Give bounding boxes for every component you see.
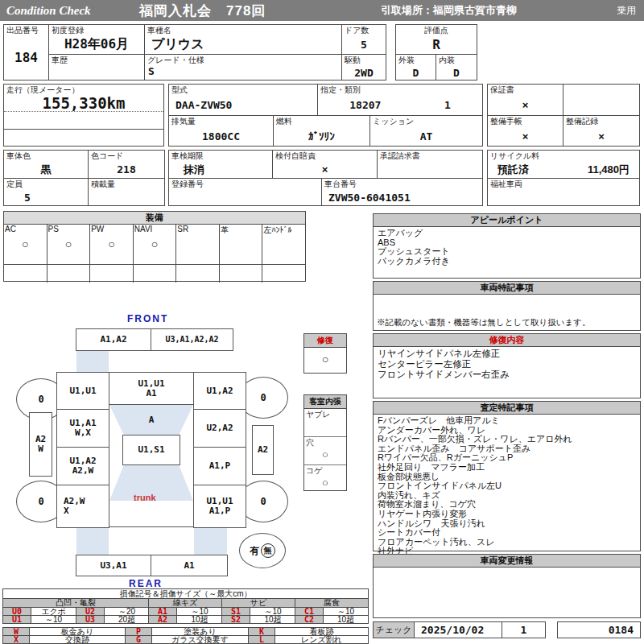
legend-value: 10超 (323, 615, 369, 624)
mileage-empty-row (4, 111, 163, 129)
condition-check-sheet: Condition Check 福岡入札会 778回 引取場所：福岡県古賀市青柳… (0, 0, 644, 644)
welfare-vehicle-cell: 福祉車両 (487, 178, 640, 206)
history-value (49, 65, 144, 80)
legend-note-code: X (2, 635, 30, 644)
appeal-points-title: アピールポイント (374, 214, 640, 227)
interior-grade-value: D (436, 65, 477, 80)
color-code-cell: 色コード 218 (88, 150, 165, 179)
lot-number-label: 出品番号 (4, 25, 48, 35)
model-name-value: プリウス (145, 35, 341, 54)
chassis-number-value: ZVW50-6041051 (322, 189, 482, 205)
model-code-cell: 型式 DAA-ZVW50 (168, 84, 318, 116)
assessment-notes-panel: 査定特記事項 Fバンパーズレ 他車用アルミ アンダーカバー外れ、ワレ Rバンパー… (373, 401, 641, 551)
capacity-cell: 定員 5 (3, 178, 89, 206)
rear-connector-right-shape (194, 528, 227, 555)
panel-door-rear-right: A1,P (193, 447, 246, 485)
legend-note-code: L (248, 635, 275, 644)
color-code-label: 色コード (89, 151, 164, 161)
pickup-location: 引取場所：福岡県古賀市青柳 (381, 3, 598, 18)
maintenance-record-label: 整備記録 (564, 116, 639, 126)
mileage-value: 155,330km (4, 95, 163, 111)
first-registration-label: 初度登録 (49, 25, 144, 35)
registration-number-value (169, 189, 321, 205)
doors-value: 5 (342, 35, 386, 54)
assessment-item: シートカバー付 (378, 528, 636, 538)
warranty-value: × (488, 95, 563, 115)
vehicle-notes-panel: 車両特記事項 ※記載のない書類・機器等は無しとして取り扱います。 (373, 281, 641, 331)
maintenance-book-label: 整備手帳 (488, 116, 563, 126)
appeal-item: バックカメラ付き (378, 257, 636, 266)
drive-label: 駆動 (342, 55, 386, 65)
header-bar: Condition Check 福岡入札会 778回 引取場所：福岡県古賀市青柳… (0, 0, 644, 21)
panel-door-front-left: U1,A1W,X (56, 409, 109, 448)
registration-number-cell: 登録番号 (168, 178, 322, 206)
repair-details-title: 修復内容 (374, 334, 640, 347)
drive-value: 2WD (342, 65, 386, 80)
model-name-label: 車種名 (145, 25, 341, 35)
exterior-grade-label: 外装 (396, 55, 436, 65)
equipment-title: 装備 (4, 212, 305, 225)
color-code-value: 218 (89, 161, 164, 178)
check-date: 2025/10/02 (414, 621, 502, 638)
panel-fender-front-right: U1,A2 (193, 372, 246, 410)
doors-cell: ドア数 5 (341, 24, 386, 55)
equipment-leather: 革 (220, 225, 263, 264)
recycle-fee-status: 預託済 (497, 163, 529, 177)
fuel-cell: 燃料 ｶﾞｿﾘﾝ (273, 115, 370, 147)
equipment-sr: SR (176, 225, 220, 264)
equipment-navi-mark: ○ (134, 237, 176, 250)
vehicle-notes-title: 車両特記事項 (374, 282, 640, 295)
legend-code: A2 (148, 615, 177, 624)
legend-code: U3 (76, 615, 105, 624)
exterior-grade-value: D (396, 65, 436, 80)
legend-note-value: 交換跡 (29, 635, 126, 644)
auction-title: 福岡入札会 778回 (139, 2, 381, 20)
model-code-value: DAA-ZVW50 (169, 95, 317, 115)
panel-front-bumper-left: A1,A2 (76, 328, 151, 351)
appeal-item: エアバッグ (378, 229, 636, 238)
legend-value: 20超 (104, 615, 150, 624)
inspection-expiry-value: 抹消 (169, 161, 272, 178)
approval-request-value (378, 161, 482, 178)
first-registration-value: H28年06月 (49, 35, 144, 54)
model-name-cell: 車種名 プリウス (144, 24, 342, 55)
doors-label: ドア数 (342, 25, 386, 35)
interior-grade-cell: 内装 D (436, 54, 477, 80)
legend-code: S2 (221, 615, 250, 624)
repair-item: センターピラー左修正 (378, 359, 636, 369)
equipment-pw-label: PW (91, 225, 104, 233)
assessment-item: リヤゲート内張り変形 (378, 510, 636, 519)
cabin-lining-burn: コゲ ○ (304, 464, 346, 492)
insurance-cell: 検付自賠責 × (272, 150, 378, 179)
transmission-value: AT (370, 126, 482, 146)
equipment-navi: NAVI○ (134, 225, 177, 264)
body-color-value: 黒 (4, 161, 88, 178)
warranty-label: 保証書 (488, 85, 563, 95)
repair-details-panel: 修復内容 リヤインサイドパネル左修正 センターピラー左修正 フロントサイドメンバ… (373, 333, 641, 398)
cabin-lining-hole: 穴 ○ (304, 436, 346, 464)
capacity-value: 5 (4, 189, 88, 205)
panel-rear-bumper-left: U3,A1 (76, 555, 151, 576)
approval-request-cell: 承認請求書 (377, 150, 483, 179)
panel-rocker-left: A2W (29, 412, 52, 477)
equipment-lhd-label: 左ﾊﾝﾄﾞﾙ (263, 225, 291, 236)
chassis-number-cell: 車台番号 ZVW50-6041051 (321, 178, 483, 206)
legend-note-code: G (125, 635, 152, 644)
grade-value: S (145, 65, 341, 77)
fuel-value: ｶﾞｿﾘﾝ (274, 126, 369, 146)
panel-fender-front-left: U1,U1 (56, 372, 109, 410)
maintenance-book-value: × (488, 126, 563, 146)
designation-cell: 指定・類別 18207 1 (317, 84, 483, 116)
load-capacity-cell: 積載量 (88, 178, 165, 206)
warranty-empty-cell (563, 84, 640, 116)
grade-cell: グレード・仕様 S (144, 54, 342, 80)
exterior-grade-cell: 外装 D (395, 54, 436, 80)
brand-logo: Condition Check (0, 4, 139, 18)
transmission-cell: ミッション AT (369, 115, 483, 147)
designation-label: 指定・類別 (318, 85, 482, 95)
front-connector-shape (76, 351, 109, 373)
transmission-label: ミッション (370, 116, 482, 126)
panel-front-bumper-right: U3,A1,A2,A2 (151, 328, 233, 351)
recycle-fee-label: リサイクル料 (488, 151, 639, 161)
spare-tire-indicator: 有 無 (239, 533, 286, 568)
